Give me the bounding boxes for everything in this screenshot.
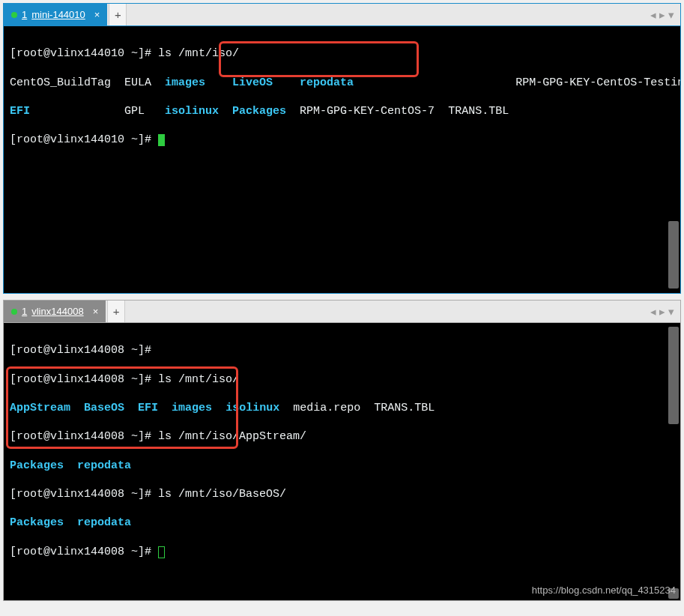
dir-repodata: repodata <box>300 76 354 89</box>
tab-label: vlinx144008 <box>31 306 83 317</box>
spacer <box>212 402 226 414</box>
ls-output: GPL <box>30 105 165 118</box>
ls-output: CentOS_BuildTag EULA <box>10 76 165 89</box>
tab-number: 1 <box>22 306 27 317</box>
tab-nav: ◂ ▸ ▾ <box>650 4 680 25</box>
spacer <box>158 402 172 414</box>
prompt-line: [root@vlinx144008 ~]# ls /mnt/iso/AppStr… <box>10 430 306 443</box>
ls-output: RPM-GPG-KEY-CentOS-7 TRANS.TBL <box>286 105 509 118</box>
spacer <box>219 105 232 118</box>
dir-images: images <box>172 402 212 414</box>
cursor-icon <box>158 134 165 146</box>
tab-nav-right-icon[interactable]: ▸ <box>659 305 665 318</box>
tab-nav-left-icon[interactable]: ◂ <box>650 305 656 318</box>
prompt-line: [root@vlinx144008 ~]# ls /mnt/iso/ <box>10 373 239 386</box>
tab-nav-menu-icon[interactable]: ▾ <box>668 8 674 22</box>
spacer <box>273 76 300 89</box>
dir-efi: EFI <box>10 105 30 118</box>
spacer <box>64 459 77 472</box>
tab-close-button[interactable]: × <box>93 306 99 317</box>
tab-mini-144010[interactable]: 1 mini-144010 × <box>4 4 107 25</box>
dir-repodata: repodata <box>77 459 131 472</box>
prompt-line: [root@vlinx144010 ~]# ls /mnt/iso/ <box>10 47 239 60</box>
watermark-text: https://blog.csdn.net/qq_4315234 <box>532 585 676 597</box>
new-tab-button[interactable]: + <box>107 301 125 322</box>
prompt-line: [root@vlinx144008 ~]# <box>10 546 158 558</box>
spacer <box>64 516 77 529</box>
status-dot-icon <box>11 309 17 315</box>
dir-liveos: LiveOS <box>232 76 273 89</box>
prompt-line: [root@vlinx144008 ~]# ls /mnt/iso/BaseOS… <box>10 488 286 501</box>
scrollbar-thumb-top[interactable] <box>668 327 679 424</box>
spacer <box>124 402 138 414</box>
dir-packages: Packages <box>10 516 64 529</box>
dir-efi: EFI <box>138 402 158 414</box>
status-dot-icon <box>11 12 17 18</box>
ls-output: RPM-GPG-KEY-CentOS-Testing-7 <box>354 76 680 89</box>
dir-repodata: repodata <box>77 516 131 529</box>
spacer <box>205 76 232 89</box>
dir-isolinux: isolinux <box>165 105 219 118</box>
tab-nav-left-icon[interactable]: ◂ <box>650 8 656 22</box>
dir-baseos: BaseOS <box>84 402 124 414</box>
terminal-pane-2: 1 vlinx144008 × + ◂ ▸ ▾ [root@vlinx14400… <box>3 300 681 601</box>
ls-output: media.repo TRANS.TBL <box>279 402 435 414</box>
tab-number: 1 <box>22 9 27 20</box>
dir-images: images <box>165 76 205 89</box>
dir-isolinux: isolinux <box>226 402 279 414</box>
new-tab-button[interactable]: + <box>109 4 127 25</box>
terminal-pane-1: 1 mini-144010 × + ◂ ▸ ▾ [root@vlinx14401… <box>3 3 681 294</box>
dir-packages: Packages <box>10 459 64 472</box>
terminal-body-1[interactable]: [root@vlinx144010 ~]# ls /mnt/iso/ CentO… <box>4 26 680 293</box>
dir-appstream: AppStream <box>10 402 70 414</box>
cursor-icon <box>158 546 165 558</box>
tab-vlinx144008[interactable]: 1 vlinx144008 × <box>4 301 106 322</box>
dir-packages: Packages <box>232 105 286 118</box>
tab-nav-right-icon[interactable]: ▸ <box>659 8 665 22</box>
tab-label: mini-144010 <box>31 9 85 20</box>
tabbar-2: 1 vlinx144008 × + ◂ ▸ ▾ <box>4 301 680 323</box>
prompt-line: [root@vlinx144010 ~]# <box>10 133 158 146</box>
tab-nav: ◂ ▸ ▾ <box>650 301 680 322</box>
scrollbar-thumb[interactable] <box>668 221 679 289</box>
spacer <box>70 402 84 414</box>
tabbar-1: 1 mini-144010 × + ◂ ▸ ▾ <box>4 4 680 26</box>
prompt-line: [root@vlinx144008 ~]# <box>10 344 151 357</box>
tab-close-button[interactable]: × <box>94 9 100 20</box>
terminal-body-2[interactable]: [root@vlinx144008 ~]# [root@vlinx144008 … <box>4 323 680 600</box>
tab-nav-menu-icon[interactable]: ▾ <box>668 305 674 318</box>
